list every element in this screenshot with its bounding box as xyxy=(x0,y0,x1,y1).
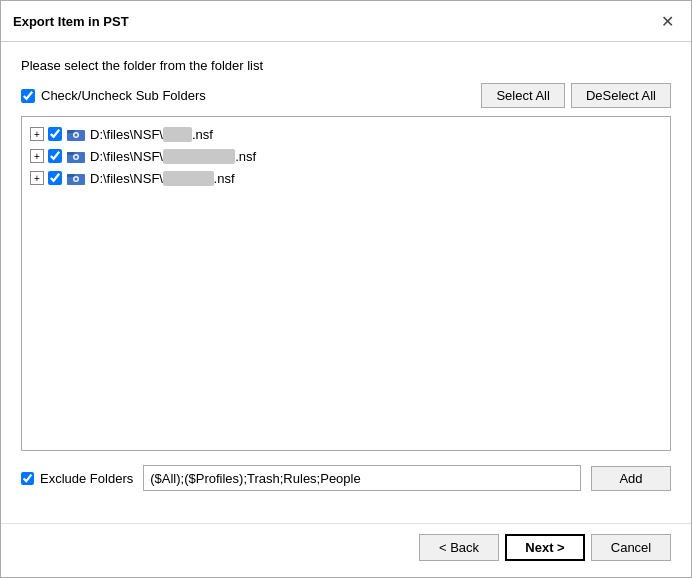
title-bar: Export Item in PST ✕ xyxy=(1,1,691,42)
list-item: + D:\files\NSF\ .nsf xyxy=(26,167,666,189)
svg-point-7 xyxy=(75,156,78,159)
select-all-button[interactable]: Select All xyxy=(481,83,564,108)
svg-point-3 xyxy=(75,134,78,137)
top-controls: Check/Uncheck Sub Folders Select All DeS… xyxy=(21,83,671,108)
blurred-name xyxy=(163,149,235,164)
dialog-content: Please select the folder from the folder… xyxy=(1,42,691,523)
next-button[interactable]: Next > xyxy=(505,534,585,561)
list-item: + D:\files\NSF\ .nsf xyxy=(26,123,666,145)
exclude-row: Exclude Folders Add xyxy=(21,465,671,491)
svg-rect-5 xyxy=(67,152,75,155)
blurred-name xyxy=(163,171,214,186)
folder-icon xyxy=(66,170,86,186)
selection-buttons: Select All DeSelect All xyxy=(481,83,671,108)
subfolders-checkbox[interactable] xyxy=(21,89,35,103)
folder-path: D:\files\NSF\ .nsf xyxy=(90,127,213,142)
deselect-all-button[interactable]: DeSelect All xyxy=(571,83,671,108)
blurred-name xyxy=(163,127,192,142)
expand-button[interactable]: + xyxy=(30,149,44,163)
expand-button[interactable]: + xyxy=(30,171,44,185)
svg-point-11 xyxy=(75,178,78,181)
exclude-checkbox-label[interactable]: Exclude Folders xyxy=(21,471,133,486)
folder-path: D:\files\NSF\ .nsf xyxy=(90,171,235,186)
subfolders-label: Check/Uncheck Sub Folders xyxy=(41,88,206,103)
instruction-text: Please select the folder from the folder… xyxy=(21,58,671,73)
exclude-input[interactable] xyxy=(143,465,581,491)
dialog-title: Export Item in PST xyxy=(13,14,129,29)
svg-rect-1 xyxy=(67,130,75,133)
folder-checkbox[interactable] xyxy=(48,171,62,185)
folder-path: D:\files\NSF\ .nsf xyxy=(90,149,256,164)
svg-rect-9 xyxy=(67,174,75,177)
add-button[interactable]: Add xyxy=(591,466,671,491)
exclude-checkbox[interactable] xyxy=(21,472,34,485)
folder-list: + D:\files\NSF\ .nsf + xyxy=(21,116,671,451)
list-item: + D:\files\NSF\ .nsf xyxy=(26,145,666,167)
folder-checkbox[interactable] xyxy=(48,127,62,141)
cancel-button[interactable]: Cancel xyxy=(591,534,671,561)
expand-button[interactable]: + xyxy=(30,127,44,141)
folder-icon xyxy=(66,126,86,142)
exclude-label-text: Exclude Folders xyxy=(40,471,133,486)
export-dialog: Export Item in PST ✕ Please select the f… xyxy=(0,0,692,578)
back-button[interactable]: < Back xyxy=(419,534,499,561)
folder-icon xyxy=(66,148,86,164)
subfolders-checkbox-label[interactable]: Check/Uncheck Sub Folders xyxy=(21,88,206,103)
footer: < Back Next > Cancel xyxy=(1,523,691,577)
folder-checkbox[interactable] xyxy=(48,149,62,163)
close-button[interactable]: ✕ xyxy=(655,9,679,33)
